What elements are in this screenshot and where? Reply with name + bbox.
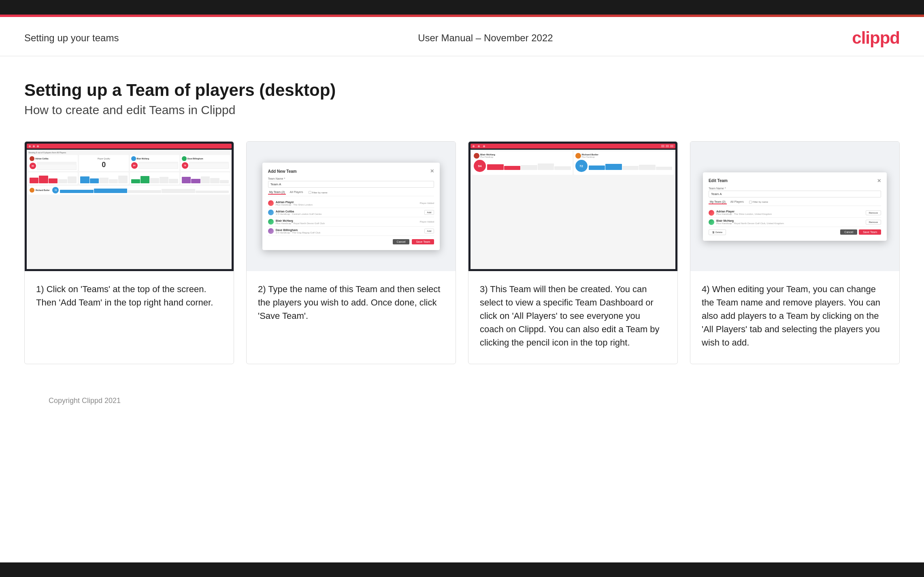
mock-player-info-3: Blair McHarg Plus Handicap · Royal North…: [276, 219, 418, 225]
card-3-text: 3) This Team will then be created. You c…: [468, 271, 677, 364]
card-4: Edit Team ✕ Team Name * Team A My Team (…: [690, 141, 900, 364]
mock-edit-player-info-1: Adrian Player Plus Handicap · The Shire …: [716, 210, 864, 215]
mock-content-area: Viewing 6 out of 8 players from All Play…: [27, 150, 232, 269]
nav-dot: [33, 145, 35, 147]
mock-edit-player-name-2: Blair McHarg: [716, 219, 864, 222]
header: Setting up your teams User Manual – Nove…: [0, 17, 924, 56]
mock-dashboard-1: Viewing 6 out of 8 players from All Play…: [25, 142, 234, 271]
mock-player-card-2: Player Quality 0: [79, 155, 128, 171]
mock-modal-header: Add New Team ✕: [268, 168, 434, 174]
mock-player-avatar-1: [268, 200, 274, 206]
mock-edit-team-name-label: Team Name *: [709, 187, 881, 190]
mock-edit-team-name-input[interactable]: Team A: [709, 191, 881, 197]
mock-player-card-4: Dave Billingham 78: [181, 155, 230, 171]
mock-add-btn-4[interactable]: Add: [424, 229, 434, 233]
mock-player-name-2: Adrian Coliba: [276, 210, 422, 213]
mock-player-sub-4: 3.5 Handicap · The Gog Magog Golf Club: [276, 231, 422, 234]
mock-tabs: My Team (2) All Players Filter by name: [268, 190, 434, 196]
mock-edit-modal-header: Edit Team ✕: [709, 178, 881, 184]
mock-player-card-3: Blair McHarg 94: [130, 155, 179, 171]
card-1: Viewing 6 out of 8 players from All Play…: [24, 141, 234, 364]
mock-modal-footer: Cancel Save Team: [268, 239, 434, 244]
mock-nav-2: [471, 144, 675, 148]
mock-edit-save-team-btn[interactable]: Save Team: [859, 229, 881, 235]
card-4-screenshot: Edit Team ✕ Team Name * Team A My Team (…: [690, 142, 899, 271]
mock-edit-modal-title: Edit Team: [709, 178, 728, 183]
mock-filter-label: Viewing 6 out of 8 players from All Play…: [28, 151, 230, 154]
mock-edit-modal-footer: 🗑 Delete Cancel Save Team: [709, 229, 881, 235]
bottom-bar: [0, 562, 924, 577]
mock-edit-player-1: Adrian Player Plus Handicap · The Shire …: [709, 208, 881, 218]
mock-player-status-1: Player Added: [420, 202, 434, 204]
mock-edit-player-sub-1: Plus Handicap · The Shire London, United…: [716, 213, 864, 215]
header-section-title: Setting up your teams: [24, 32, 119, 44]
mock-player-info-2: Adrian Coliba 1.5 Handicap · Central Lon…: [276, 210, 422, 215]
mock-player-2: Adrian Coliba 1.5 Handicap · Central Lon…: [268, 208, 434, 217]
mock-add-team-modal: Add New Team ✕ Team Name * Team A My Tea…: [262, 163, 440, 250]
mock-player-card: Adrian Coliba 84: [28, 155, 78, 171]
mock-delete-label: Delete: [715, 231, 722, 233]
mock-remove-btn-1[interactable]: Remove: [866, 210, 881, 215]
mock-player-sub-2: 1.5 Handicap · Central London Golf Centr…: [276, 213, 422, 215]
card-2-screenshot: Add New Team ✕ Team Name * Team A My Tea…: [247, 142, 456, 271]
mock-remove-btn-2[interactable]: Remove: [866, 220, 881, 225]
mock-edit-players-list: Adrian Player Plus Handicap · The Shire …: [709, 208, 881, 227]
mock-bottom-player: Richard Butler 72: [28, 186, 230, 195]
mock-chart-row: [28, 172, 230, 185]
card-3-screenshot: Blair McHarg Plus Handicap 94: [468, 142, 677, 271]
mock-save-team-btn[interactable]: Save Team: [412, 239, 434, 244]
footer: Copyright Clippd 2021: [24, 388, 900, 413]
mock-tab-my-team[interactable]: My Team (2): [268, 190, 286, 195]
mock-edit-player-sub-2: Plus Handicap · Royal North Devon Golf C…: [716, 222, 864, 225]
mock-player-avatar-3: [268, 219, 274, 225]
mock-dashboard-2: Blair McHarg Plus Handicap 94: [468, 142, 677, 271]
mock-edit-close-icon: ✕: [877, 178, 881, 184]
mock-player-avatar-2: [268, 210, 274, 215]
mock-modal-title: Add New Team: [268, 169, 297, 174]
mock-delete-btn[interactable]: 🗑 Delete: [709, 229, 726, 235]
mock-edit-tabs: My Team (2) All Players Filter by name: [709, 200, 881, 206]
mock-team-name-input[interactable]: Team A: [268, 181, 434, 188]
card-4-text: 4) When editing your Team, you can chang…: [690, 271, 899, 364]
mock-edit-filter-checkbox[interactable]: Filter by name: [749, 200, 768, 204]
card-1-screenshot: Viewing 6 out of 8 players from All Play…: [25, 142, 234, 271]
mock-edit-player-name-1: Adrian Player: [716, 210, 864, 213]
mock-edit-tab-my-team[interactable]: My Team (2): [709, 200, 727, 204]
mock-team-name-label: Team Name *: [268, 177, 434, 180]
logo: clippd: [852, 28, 900, 48]
mock-player-detail-2: Richard Butler Plus Handicap 72: [574, 151, 674, 175]
mock-player-avatar-4: [268, 228, 274, 234]
header-manual-title: User Manual – November 2022: [418, 32, 553, 44]
mock-cancel-btn[interactable]: Cancel: [393, 239, 410, 244]
nav-dot: [29, 145, 31, 147]
mock-tab-all-players[interactable]: All Players: [288, 190, 304, 195]
card-2: Add New Team ✕ Team Name * Team A My Tea…: [246, 141, 456, 364]
mock-player-detail-1: Blair McHarg Plus Handicap 94: [472, 151, 573, 175]
mock-player-info-4: Dave Billingham 3.5 Handicap · The Gog M…: [276, 229, 422, 234]
mock-player-1: Adrian Player Plus Handicap · The Shire …: [268, 199, 434, 208]
main-content: Setting up a Team of players (desktop) H…: [0, 56, 924, 429]
cards-row: Viewing 6 out of 8 players from All Play…: [24, 141, 900, 364]
mock-content-2: Blair McHarg Plus Handicap 94: [471, 150, 675, 269]
mock-player-name-1: Adrian Player: [276, 201, 418, 204]
mock-player-name-4: Dave Billingham: [276, 229, 422, 231]
mock-edit-team-modal: Edit Team ✕ Team Name * Team A My Team (…: [703, 172, 887, 241]
mock-edit-tab-all-players[interactable]: All Players: [729, 200, 745, 204]
trash-icon: 🗑: [712, 231, 715, 233]
mock-player-3: Blair McHarg Plus Handicap · Royal North…: [268, 217, 434, 227]
card-1-text: 1) Click on 'Teams' at the top of the sc…: [25, 271, 234, 364]
mock-edit-cancel-btn[interactable]: Cancel: [840, 229, 857, 235]
mock-players-list: Adrian Player Plus Handicap · The Shire …: [268, 199, 434, 236]
mock-player-status-3: Player Added: [420, 221, 434, 223]
mock-filter-checkbox[interactable]: Filter by name: [309, 190, 328, 195]
mock-edit-player-2: Blair McHarg Plus Handicap · Royal North…: [709, 218, 881, 227]
mock-player-name-3: Blair McHarg: [276, 219, 418, 222]
mock-modal-close-icon: ✕: [430, 168, 434, 174]
mock-player-sub-1: Plus Handicap · The Shire London: [276, 204, 418, 206]
mock-edit-player-avatar-2: [709, 219, 714, 225]
mock-add-btn-2[interactable]: Add: [424, 210, 434, 215]
mock-player-info-1: Adrian Player Plus Handicap · The Shire …: [276, 201, 418, 206]
card-2-text: 2) Type the name of this Team and then s…: [247, 271, 456, 364]
mock-player-4: Dave Billingham 3.5 Handicap · The Gog M…: [268, 227, 434, 236]
mock-edit-player-avatar-1: [709, 210, 714, 216]
